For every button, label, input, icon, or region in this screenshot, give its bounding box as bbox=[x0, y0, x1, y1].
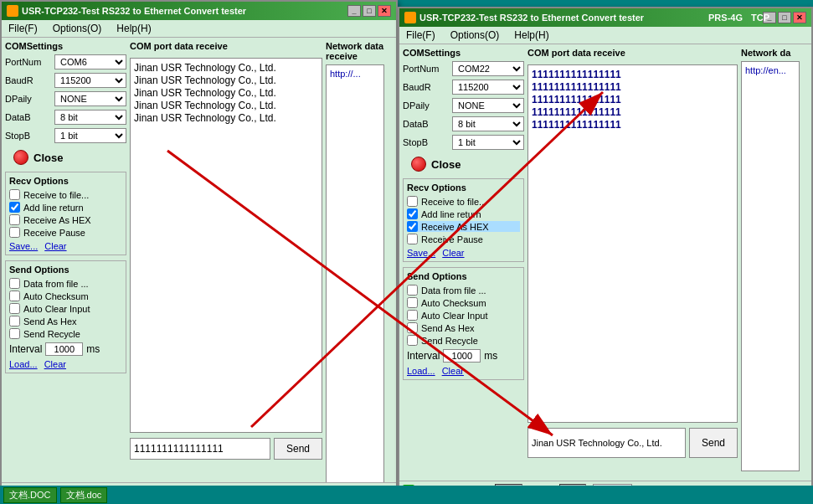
menu-file-1[interactable]: File(F) bbox=[5, 22, 41, 35]
com-settings-2: COMSettings PortNum COM22 BaudR 115200 D… bbox=[403, 48, 524, 458]
maximize-btn-2[interactable]: □ bbox=[778, 12, 791, 23]
recv-pause-checkbox-1[interactable] bbox=[9, 227, 20, 238]
com-port-data-area-1[interactable]: Jinan USR Technology Co., Ltd. Jinan USR… bbox=[130, 58, 322, 433]
menu-help-2[interactable]: Help(H) bbox=[511, 28, 552, 42]
app-icon-1 bbox=[7, 5, 18, 17]
data-line-2-1: 1111111111111111 bbox=[532, 69, 733, 80]
auto-checksum-checkbox-1[interactable] bbox=[9, 291, 20, 301]
close-btn-1[interactable]: ✕ bbox=[378, 5, 391, 17]
interval-input-1[interactable] bbox=[45, 342, 83, 356]
clear-link-2[interactable]: Clear bbox=[442, 248, 464, 258]
taskbar-item-1[interactable]: 文档.DOC bbox=[3, 487, 57, 503]
menu-options-2[interactable]: Options(O) bbox=[447, 28, 503, 42]
data-from-file-row-2: Data from file ... bbox=[407, 285, 520, 296]
close-label-2[interactable]: Close bbox=[431, 158, 461, 171]
recv-to-file-checkbox-2[interactable] bbox=[407, 196, 418, 207]
close-label-1[interactable]: Close bbox=[33, 152, 63, 164]
dpaily-label-1: DPaily bbox=[5, 94, 51, 104]
data-from-file-checkbox-2[interactable] bbox=[407, 285, 418, 296]
baudr-row-1: BaudR 115200 bbox=[5, 73, 126, 88]
data-line-1-1: Jinan USR Technology Co., Ltd. bbox=[134, 62, 318, 74]
com-port-data-area-2[interactable]: 1111111111111111 1111111111111111 111111… bbox=[527, 64, 738, 423]
auto-clear-checkbox-2[interactable] bbox=[407, 310, 418, 321]
title-bar-1: USR-TCP232-Test RS232 to Ethernet Conver… bbox=[2, 2, 396, 20]
network-data-area-1[interactable]: http://... bbox=[326, 64, 384, 483]
send-clear-link-1[interactable]: Clear bbox=[44, 359, 66, 369]
recv-as-hex-row-1: Receive As HEX bbox=[9, 214, 122, 225]
auto-clear-checkbox-1[interactable] bbox=[9, 303, 20, 314]
dpaily-select-2[interactable]: NONE bbox=[452, 98, 524, 113]
recv-links-1: Save... Clear bbox=[9, 241, 122, 251]
stopb-label-2: StopB bbox=[403, 137, 449, 147]
send-clear-link-2[interactable]: Clear bbox=[442, 366, 464, 376]
send-input-1[interactable] bbox=[130, 438, 270, 460]
send-recycle-row-1: Send Recycle bbox=[9, 328, 122, 339]
send-as-hex-row-1: Send As Hex bbox=[9, 316, 122, 327]
maximize-btn-1[interactable]: □ bbox=[363, 5, 376, 17]
dpaily-select-1[interactable]: NONE bbox=[54, 91, 126, 106]
recv-as-hex-checkbox-1[interactable] bbox=[9, 214, 20, 225]
com-port-data-title-1: COM port data receive bbox=[130, 41, 322, 51]
send-recycle-label-1: Send Recycle bbox=[23, 329, 80, 339]
recv-to-file-row-1: Receive to file... bbox=[9, 189, 122, 200]
send-recycle-checkbox-1[interactable] bbox=[9, 328, 20, 339]
title-bar-controls-1: _ □ ✕ bbox=[347, 5, 391, 17]
save-link-2[interactable]: Save... bbox=[407, 248, 435, 258]
send-as-hex-checkbox-2[interactable] bbox=[407, 322, 418, 333]
add-line-return-checkbox-2[interactable] bbox=[407, 208, 418, 219]
recv-as-hex-label-1: Receive As HEX bbox=[23, 215, 91, 225]
com-data-panel-1: COM port data receive Jinan USR Technolo… bbox=[130, 41, 322, 460]
data-from-file-checkbox-1[interactable] bbox=[9, 278, 20, 289]
send-button-1[interactable]: Send bbox=[274, 438, 322, 460]
portnum-select-2[interactable]: COM22 bbox=[452, 61, 524, 76]
interval-row-1: Interval ms bbox=[9, 342, 122, 356]
network-data-area-2[interactable]: http://en... bbox=[741, 61, 800, 471]
minimize-btn-1[interactable]: _ bbox=[347, 5, 361, 17]
menu-help-1[interactable]: Help(H) bbox=[113, 22, 154, 35]
send-as-hex-checkbox-1[interactable] bbox=[9, 316, 20, 327]
com-settings-1: COMSettings PortNum COM6 BaudR 115200 DP… bbox=[5, 41, 126, 460]
close-button-1[interactable]: Close bbox=[13, 150, 126, 165]
load-link-2[interactable]: Load... bbox=[407, 366, 435, 376]
menu-bar-2: File(F) Options(O) Help(H) bbox=[399, 27, 811, 44]
auto-checksum-checkbox-2[interactable] bbox=[407, 297, 418, 308]
send-recycle-checkbox-2[interactable] bbox=[407, 335, 418, 346]
data-from-file-row-1: Data from file ... bbox=[9, 278, 122, 289]
save-link-1[interactable]: Save... bbox=[9, 241, 38, 251]
stopb-select-1[interactable]: 1 bit bbox=[54, 128, 126, 143]
auto-checksum-label-2: Auto Checksum bbox=[421, 298, 486, 308]
ms-label-1: ms bbox=[86, 343, 100, 355]
datab-select-2[interactable]: 8 bit bbox=[452, 116, 524, 131]
clear-link-1[interactable]: Clear bbox=[44, 241, 66, 251]
portnum-select-1[interactable]: COM6 bbox=[54, 54, 126, 69]
recv-pause-label-1: Receive Pause bbox=[23, 228, 85, 238]
network-data-title-1: Network data receive bbox=[326, 41, 393, 61]
interval-input-2[interactable] bbox=[443, 349, 481, 363]
baudr-select-1[interactable]: 115200 bbox=[54, 73, 126, 88]
send-input-2[interactable] bbox=[527, 428, 686, 458]
recv-pause-checkbox-2[interactable] bbox=[407, 234, 418, 244]
baudr-select-2[interactable]: 115200 bbox=[452, 80, 524, 95]
datab-select-1[interactable]: 8 bit bbox=[54, 110, 126, 125]
send-as-hex-label-2: Send As Hex bbox=[421, 323, 475, 333]
window-2: USR-TCP232-Test RS232 to Ethernet Conver… bbox=[398, 7, 813, 501]
dpaily-row-2: DPaily NONE bbox=[403, 98, 524, 113]
add-line-return-label-2: Add line return bbox=[421, 209, 481, 219]
ms-label-2: ms bbox=[484, 350, 497, 362]
add-line-return-label-1: Add line return bbox=[23, 203, 84, 213]
menu-options-1[interactable]: Options(O) bbox=[49, 22, 105, 35]
send-options-2: Send Options Data from file ... Auto Che… bbox=[403, 267, 524, 380]
close-btn-2[interactable]: ✕ bbox=[793, 12, 806, 23]
add-line-return-checkbox-1[interactable] bbox=[9, 202, 20, 213]
title-bar-left-2: USR-TCP232-Test RS232 to Ethernet Conver… bbox=[404, 12, 644, 23]
taskbar-item-2[interactable]: 文档.doc bbox=[60, 487, 108, 503]
load-link-1[interactable]: Load... bbox=[9, 359, 38, 369]
prs4g-label: PRS-4G bbox=[708, 13, 743, 23]
close-button-2[interactable]: Close bbox=[411, 157, 524, 172]
recv-as-hex-checkbox-2[interactable] bbox=[407, 221, 418, 232]
menu-file-2[interactable]: File(F) bbox=[403, 28, 439, 42]
stopb-select-2[interactable]: 1 bit bbox=[452, 135, 524, 150]
portnum-label-2: PortNum bbox=[403, 64, 449, 74]
send-button-2[interactable]: Send bbox=[689, 428, 738, 458]
recv-to-file-checkbox-1[interactable] bbox=[9, 189, 20, 200]
